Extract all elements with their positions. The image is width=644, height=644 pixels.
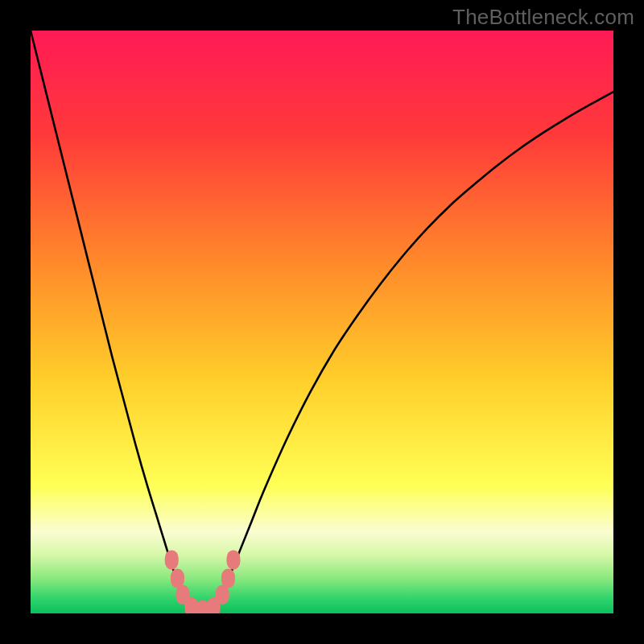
trough-marker <box>221 569 235 588</box>
trough-marker <box>165 550 179 569</box>
bottleneck-chart <box>31 31 613 613</box>
watermark-text: TheBottleneck.com <box>452 5 634 30</box>
trough-marker <box>226 550 240 569</box>
chart-frame: TheBottleneck.com <box>0 0 644 644</box>
plot-background <box>31 31 613 613</box>
